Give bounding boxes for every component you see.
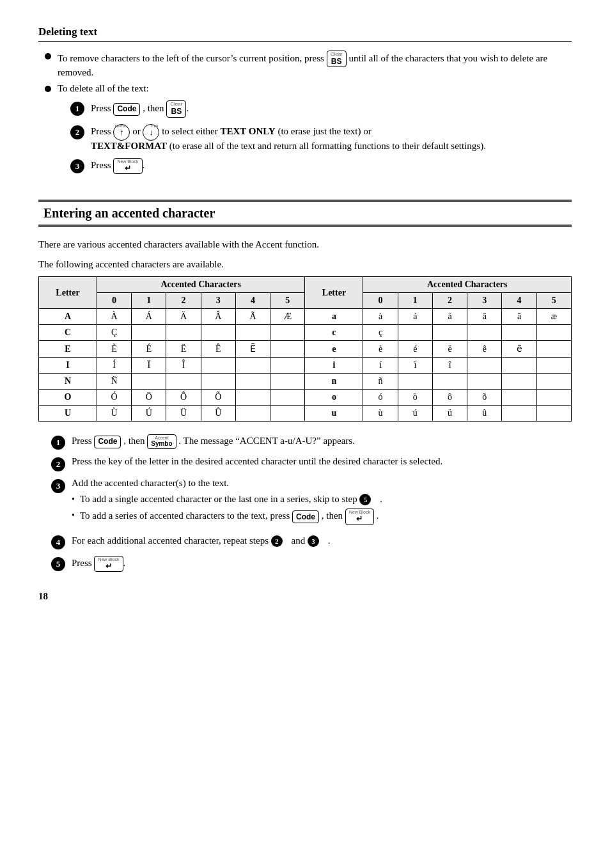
table-cell [536, 390, 571, 406]
table-cell: Ẽ [235, 341, 270, 358]
symbo-key: Accent Symbo [147, 434, 176, 449]
table-cell: ä [432, 309, 467, 325]
table-row-letter-E: E [39, 341, 97, 358]
table-cell: Õ [201, 390, 235, 406]
accent-step-circle-3: 3 [51, 479, 65, 493]
deleting-text-section: Deleting text To remove characters to th… [38, 26, 572, 180]
table-cell [166, 374, 201, 390]
step-circle-2: 2 [70, 125, 84, 139]
table-row-letter-r-a: a [305, 309, 363, 325]
accent-table: Letter Accented Characters Letter Accent… [38, 276, 572, 422]
accent-step-circle-5: 5 [51, 557, 65, 571]
step-ref-5: 5 [359, 494, 371, 505]
bullet-2-text: To delete all of the text: 1 Press Code … [58, 83, 486, 180]
table-cell: Á [132, 309, 166, 325]
table-cell [467, 374, 502, 390]
table-cell: ẽ [502, 341, 536, 358]
table-cell [502, 406, 536, 422]
accent-title: Entering an accented character [38, 200, 572, 227]
end-arrow-key: End ↓ [143, 124, 159, 141]
table-cell [502, 374, 536, 390]
table-cell: û [467, 406, 502, 422]
table-row-letter-O: O [39, 390, 97, 406]
table-cell [536, 341, 571, 358]
step-ref-3: 3 [308, 535, 319, 547]
table-cell: â [467, 309, 502, 325]
table-cell: é [398, 341, 432, 358]
table-cell [132, 325, 166, 341]
table-cell [270, 325, 305, 341]
table-cell: Û [201, 406, 235, 422]
code-key-step3: Code [292, 510, 319, 523]
table-cell: ë [432, 341, 467, 358]
table-cell [270, 374, 305, 390]
table-cell: Ô [166, 390, 201, 406]
delete-step-3: 3 Press New Block ↵ . [70, 158, 486, 174]
table-cell [132, 374, 166, 390]
table-cell [536, 325, 571, 341]
table-cell: À [97, 309, 131, 325]
table-cell: ó [363, 390, 398, 406]
step-circle-1: 1 [70, 102, 84, 116]
accent-step-5: 5 Press New Block ↵ . [51, 556, 572, 572]
accented-chars-header-right: Accented Characters [363, 277, 572, 293]
home-arrow-key: Home ↑ [113, 124, 130, 141]
table-cell: Â [201, 309, 235, 325]
table-cell [270, 406, 305, 422]
deleting-title: Deleting text [38, 26, 572, 42]
table-cell [235, 374, 270, 390]
table-row-letter-U: U [39, 406, 97, 422]
table-cell [502, 390, 536, 406]
table-cell [270, 341, 305, 358]
table-cell: ù [363, 406, 398, 422]
table-cell [502, 358, 536, 374]
table-cell [201, 358, 235, 374]
table-row-letter-r-u: u [305, 406, 363, 422]
table-row-letter-C: C [39, 325, 97, 341]
accent-section: Entering an accented character There are… [38, 200, 572, 572]
table-cell: É [132, 341, 166, 358]
table-cell [201, 374, 235, 390]
col-0-left: 0 [97, 293, 131, 309]
sub-bullet-1: • To add a single accented character or … [72, 493, 572, 506]
table-cell: í [363, 358, 398, 374]
accent-step-circle-2: 2 [51, 457, 65, 471]
table-cell [270, 358, 305, 374]
table-cell [536, 406, 571, 422]
table-cell: Ç [97, 325, 131, 341]
table-cell: î [432, 358, 467, 374]
accent-step-5-content: Press New Block ↵ . [72, 556, 572, 572]
bs-key-2: Clear BS [166, 100, 186, 117]
table-row-letter-A: A [39, 309, 97, 325]
col-5-left: 5 [270, 293, 305, 309]
table-cell: ç [363, 325, 398, 341]
table-cell: Ä [166, 309, 201, 325]
table-cell: á [398, 309, 432, 325]
table-row-letter-r-o: o [305, 390, 363, 406]
table-cell [398, 374, 432, 390]
table-cell [166, 325, 201, 341]
col-1-right: 1 [398, 293, 432, 309]
accent-step-3-content: Add the accented character(s) to the tex… [72, 478, 572, 527]
table-cell: Ñ [97, 374, 131, 390]
table-cell [235, 390, 270, 406]
table-cell: Ù [97, 406, 131, 422]
table-cell: ï [398, 358, 432, 374]
bullet-item-2: To delete all of the text: 1 Press Code … [45, 83, 572, 180]
table-cell: Ó [97, 390, 131, 406]
table-cell [467, 325, 502, 341]
col-3-left: 3 [201, 293, 235, 309]
table-cell [502, 325, 536, 341]
table-row-letter-I: I [39, 358, 97, 374]
col-4-right: 4 [502, 293, 536, 309]
accent-step-circle-1: 1 [51, 436, 65, 450]
col-0-right: 0 [363, 293, 398, 309]
enter-key-step3: New Block ↵ [345, 509, 374, 525]
code-key-1: Code [113, 103, 140, 116]
table-cell: Í [97, 358, 131, 374]
table-cell [398, 325, 432, 341]
table-cell: õ [467, 390, 502, 406]
accent-step-4: 4 For each additional accented character… [51, 534, 572, 549]
col-2-left: 2 [166, 293, 201, 309]
table-cell [235, 325, 270, 341]
